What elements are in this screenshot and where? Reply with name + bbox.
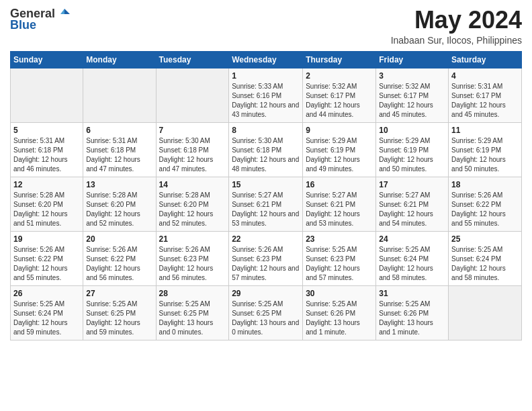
page-title: May 2024 (391, 7, 522, 34)
weekday-header-saturday: Saturday (449, 51, 522, 68)
day-number: 30 (306, 289, 373, 298)
day-number: 18 (451, 180, 519, 189)
day-number: 22 (232, 234, 300, 244)
calendar-cell: 3Sunrise: 5:32 AM Sunset: 6:17 PM Daylig… (376, 68, 449, 122)
weekday-header-monday: Monday (83, 51, 156, 68)
day-info: Sunrise: 5:29 AM Sunset: 6:19 PM Dayligh… (451, 136, 519, 174)
calendar-cell: 16Sunrise: 5:27 AM Sunset: 6:21 PM Dayli… (303, 177, 376, 231)
calendar-cell (11, 68, 83, 122)
weekday-header-friday: Friday (376, 51, 449, 68)
day-number: 10 (379, 126, 445, 135)
logo-flag-icon (58, 7, 71, 21)
day-info: Sunrise: 5:33 AM Sunset: 6:16 PM Dayligh… (232, 82, 300, 120)
calendar-cell: 25Sunrise: 5:25 AM Sunset: 6:24 PM Dayli… (449, 231, 522, 285)
day-number: 19 (13, 234, 80, 244)
day-info: Sunrise: 5:26 AM Sunset: 6:23 PM Dayligh… (232, 245, 300, 283)
calendar-table: SundayMondayTuesdayWednesdayThursdayFrid… (10, 51, 522, 340)
calendar-cell: 27Sunrise: 5:25 AM Sunset: 6:25 PM Dayli… (83, 285, 156, 340)
calendar-cell: 6Sunrise: 5:31 AM Sunset: 6:18 PM Daylig… (83, 122, 156, 177)
day-info: Sunrise: 5:25 AM Sunset: 6:25 PM Dayligh… (159, 300, 226, 337)
calendar-cell: 20Sunrise: 5:26 AM Sunset: 6:22 PM Dayli… (83, 231, 156, 285)
day-info: Sunrise: 5:25 AM Sunset: 6:24 PM Dayligh… (13, 300, 80, 337)
calendar-cell: 13Sunrise: 5:28 AM Sunset: 6:20 PM Dayli… (83, 177, 156, 231)
calendar-cell (156, 68, 229, 122)
calendar-cell: 31Sunrise: 5:25 AM Sunset: 6:26 PM Dayli… (376, 285, 449, 340)
calendar-cell: 19Sunrise: 5:26 AM Sunset: 6:22 PM Dayli… (11, 231, 83, 285)
title-block: May 2024 Inabaan Sur, Ilocos, Philippine… (391, 7, 522, 46)
day-info: Sunrise: 5:32 AM Sunset: 6:17 PM Dayligh… (379, 82, 445, 120)
calendar-cell: 28Sunrise: 5:25 AM Sunset: 6:25 PM Dayli… (156, 285, 229, 340)
calendar-cell: 10Sunrise: 5:29 AM Sunset: 6:19 PM Dayli… (376, 122, 449, 177)
day-number: 12 (13, 180, 80, 189)
day-info: Sunrise: 5:27 AM Sunset: 6:21 PM Dayligh… (232, 191, 300, 228)
calendar-week-2: 5Sunrise: 5:31 AM Sunset: 6:18 PM Daylig… (11, 122, 522, 177)
day-info: Sunrise: 5:29 AM Sunset: 6:19 PM Dayligh… (379, 136, 445, 174)
day-info: Sunrise: 5:27 AM Sunset: 6:21 PM Dayligh… (306, 191, 373, 228)
logo-blue: Blue (10, 18, 36, 32)
day-number: 3 (379, 71, 445, 81)
day-info: Sunrise: 5:25 AM Sunset: 6:26 PM Dayligh… (306, 300, 373, 337)
day-number: 23 (306, 234, 373, 244)
calendar-cell: 1Sunrise: 5:33 AM Sunset: 6:16 PM Daylig… (229, 68, 303, 122)
page: General Blue May 2024 Inabaan Sur, Iloco… (0, 0, 532, 351)
header: General Blue May 2024 Inabaan Sur, Iloco… (10, 7, 522, 46)
day-number: 8 (232, 126, 300, 135)
calendar-cell: 9Sunrise: 5:29 AM Sunset: 6:19 PM Daylig… (303, 122, 376, 177)
calendar-week-1: 1Sunrise: 5:33 AM Sunset: 6:16 PM Daylig… (11, 68, 522, 122)
day-info: Sunrise: 5:31 AM Sunset: 6:18 PM Dayligh… (13, 136, 80, 174)
calendar-cell: 21Sunrise: 5:26 AM Sunset: 6:23 PM Dayli… (156, 231, 229, 285)
calendar-cell: 2Sunrise: 5:32 AM Sunset: 6:17 PM Daylig… (303, 68, 376, 122)
weekday-header-tuesday: Tuesday (156, 51, 229, 68)
calendar-cell: 8Sunrise: 5:30 AM Sunset: 6:18 PM Daylig… (229, 122, 303, 177)
day-number: 13 (86, 180, 152, 189)
page-subtitle: Inabaan Sur, Ilocos, Philippines (391, 35, 522, 46)
calendar-cell: 30Sunrise: 5:25 AM Sunset: 6:26 PM Dayli… (303, 285, 376, 340)
day-info: Sunrise: 5:25 AM Sunset: 6:24 PM Dayligh… (451, 245, 519, 283)
calendar-cell: 14Sunrise: 5:28 AM Sunset: 6:20 PM Dayli… (156, 177, 229, 231)
svg-marker-0 (64, 9, 70, 14)
day-number: 26 (13, 289, 80, 298)
weekday-header-thursday: Thursday (303, 51, 376, 68)
day-number: 7 (159, 126, 226, 135)
day-info: Sunrise: 5:26 AM Sunset: 6:22 PM Dayligh… (13, 245, 80, 283)
day-number: 4 (451, 71, 519, 81)
day-number: 1 (232, 71, 300, 81)
svg-marker-1 (60, 9, 64, 14)
day-info: Sunrise: 5:32 AM Sunset: 6:17 PM Dayligh… (306, 82, 373, 120)
day-number: 27 (86, 289, 152, 298)
day-info: Sunrise: 5:25 AM Sunset: 6:24 PM Dayligh… (379, 245, 445, 283)
calendar-cell (83, 68, 156, 122)
calendar-cell: 18Sunrise: 5:26 AM Sunset: 6:22 PM Dayli… (449, 177, 522, 231)
day-number: 16 (306, 180, 373, 189)
day-number: 14 (159, 180, 226, 189)
day-info: Sunrise: 5:29 AM Sunset: 6:19 PM Dayligh… (306, 136, 373, 174)
day-info: Sunrise: 5:30 AM Sunset: 6:18 PM Dayligh… (159, 136, 226, 174)
day-info: Sunrise: 5:26 AM Sunset: 6:22 PM Dayligh… (86, 245, 152, 283)
day-info: Sunrise: 5:28 AM Sunset: 6:20 PM Dayligh… (86, 191, 152, 228)
day-info: Sunrise: 5:28 AM Sunset: 6:20 PM Dayligh… (13, 191, 80, 228)
day-info: Sunrise: 5:28 AM Sunset: 6:20 PM Dayligh… (159, 191, 226, 228)
calendar-cell: 4Sunrise: 5:31 AM Sunset: 6:17 PM Daylig… (449, 68, 522, 122)
day-number: 20 (86, 234, 152, 244)
calendar-cell: 29Sunrise: 5:25 AM Sunset: 6:25 PM Dayli… (229, 285, 303, 340)
day-info: Sunrise: 5:31 AM Sunset: 6:17 PM Dayligh… (451, 82, 519, 120)
day-info: Sunrise: 5:27 AM Sunset: 6:21 PM Dayligh… (379, 191, 445, 228)
weekday-header-sunday: Sunday (11, 51, 83, 68)
calendar-cell: 15Sunrise: 5:27 AM Sunset: 6:21 PM Dayli… (229, 177, 303, 231)
calendar-week-5: 26Sunrise: 5:25 AM Sunset: 6:24 PM Dayli… (11, 285, 522, 340)
calendar-cell: 17Sunrise: 5:27 AM Sunset: 6:21 PM Dayli… (376, 177, 449, 231)
day-number: 25 (451, 234, 519, 244)
calendar-cell: 26Sunrise: 5:25 AM Sunset: 6:24 PM Dayli… (11, 285, 83, 340)
day-number: 17 (379, 180, 445, 189)
day-number: 31 (379, 289, 445, 298)
calendar-cell: 12Sunrise: 5:28 AM Sunset: 6:20 PM Dayli… (11, 177, 83, 231)
day-number: 11 (451, 126, 519, 135)
calendar-cell: 22Sunrise: 5:26 AM Sunset: 6:23 PM Dayli… (229, 231, 303, 285)
day-number: 24 (379, 234, 445, 244)
day-number: 29 (232, 289, 300, 298)
weekday-header-wednesday: Wednesday (229, 51, 303, 68)
calendar-cell: 24Sunrise: 5:25 AM Sunset: 6:24 PM Dayli… (376, 231, 449, 285)
day-info: Sunrise: 5:31 AM Sunset: 6:18 PM Dayligh… (86, 136, 152, 174)
day-number: 5 (13, 126, 80, 135)
day-info: Sunrise: 5:26 AM Sunset: 6:22 PM Dayligh… (451, 191, 519, 228)
